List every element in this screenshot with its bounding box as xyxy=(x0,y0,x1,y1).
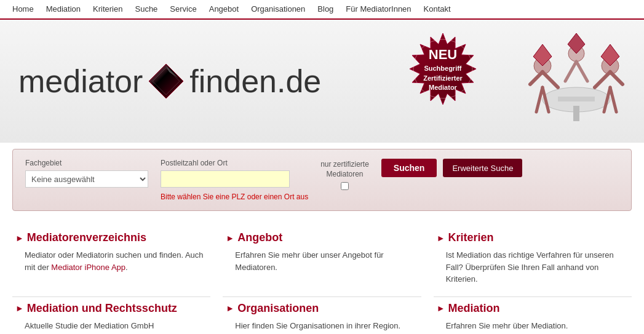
nav-service[interactable]: Service xyxy=(164,0,202,19)
organisationen-link[interactable]: Organisationen xyxy=(237,302,319,315)
content-organisationen: ► Organisationen Hier finden Sie Organis… xyxy=(223,296,421,335)
fachgebiet-field: Fachgebiet Keine ausgewählt xyxy=(25,159,148,188)
logo: mediator finden.de xyxy=(18,63,321,100)
svg-rect-6 xyxy=(558,97,595,101)
plz-field: Postleitzahl oder Ort Bitte wählen Sie e… xyxy=(161,159,308,201)
badge-text: NEU Suchbegriff Zertifizierter Mediator xyxy=(423,46,463,93)
certified-label: nur zertifizierte Mediatoren xyxy=(320,160,369,179)
mediatorenverzeichnis-desc: Mediator oder Mediatorin suchen und find… xyxy=(15,249,207,273)
certified-field: nur zertifizierte Mediatoren xyxy=(320,159,369,190)
search-section: Fachgebiet Keine ausgewählt Postleitzahl… xyxy=(12,149,632,211)
nav-kriterien[interactable]: Kriterien xyxy=(87,0,129,19)
logo-part1: mediator xyxy=(18,63,143,100)
nav-organisationen[interactable]: Organisationen xyxy=(245,0,311,19)
angebot-link[interactable]: Angebot xyxy=(237,231,282,244)
nav-mediation[interactable]: Mediation xyxy=(40,0,87,19)
plz-input[interactable] xyxy=(161,170,290,188)
arrow-icon: ► xyxy=(437,303,445,313)
logo-part2: finden.de xyxy=(189,63,321,100)
svg-line-23 xyxy=(576,62,587,81)
arrow-icon: ► xyxy=(437,233,445,243)
search-buttons: Suchen Erweiterte Suche xyxy=(381,159,523,178)
iphone-app-link[interactable]: Mediator iPhone App xyxy=(51,263,125,272)
plz-label: Postleitzahl oder Ort xyxy=(161,159,308,167)
arrow-icon: ► xyxy=(226,303,234,313)
svg-line-22 xyxy=(565,62,576,81)
people-illustration xyxy=(521,26,632,133)
header: mediator finden.de xyxy=(0,20,644,143)
certified-checkbox[interactable] xyxy=(341,182,349,190)
svg-line-10 xyxy=(543,72,558,87)
svg-marker-0 xyxy=(149,64,183,98)
svg-line-11 xyxy=(530,72,543,84)
extended-search-button[interactable]: Erweiterte Suche xyxy=(443,159,522,177)
content-mediation-rechtsschutz: ► Mediation und Rechtsschutz Aktuelle St… xyxy=(12,296,210,335)
content-mediation: ► Mediation Erfahren Sie mehr über Media… xyxy=(434,296,632,335)
nav-home[interactable]: Home xyxy=(12,0,40,19)
arrow-icon: ► xyxy=(15,233,24,243)
main-nav: Home Mediation Kriterien Suche Service A… xyxy=(0,0,644,20)
content-kriterien: ► Kriterien Ist Mediation das richtige V… xyxy=(434,226,632,290)
content-angebot: ► Angebot Erfahren Sie mehr über unser A… xyxy=(223,226,421,290)
content-mediatorenverzeichnis: ► Mediatorenverzeichnis Mediator oder Me… xyxy=(12,226,210,290)
validation-message: Bitte wählen Sie eine PLZ oder einen Ort… xyxy=(161,193,308,201)
mediation-rechtsschutz-link[interactable]: Mediation und Rechtsschutz xyxy=(27,302,177,315)
nav-kontakt[interactable]: Kontakt xyxy=(418,0,457,19)
angebot-desc: Erfahren Sie mehr über unser Angebot für… xyxy=(226,249,418,273)
mediation-rechtsschutz-desc: Aktuelle Studie der Mediation GmbH xyxy=(15,320,207,332)
kriterien-desc: Ist Mediation das richtige Verfahren für… xyxy=(437,249,629,285)
svg-line-19 xyxy=(610,87,616,112)
fachgebiet-label: Fachgebiet xyxy=(25,159,148,167)
neu-badge: NEU Suchbegriff Zertifizierter Mediator xyxy=(406,32,480,106)
svg-line-17 xyxy=(610,72,622,84)
mediatorenverzeichnis-link[interactable]: Mediatorenverzeichnis xyxy=(27,231,146,244)
mediation-link[interactable]: Mediation xyxy=(448,302,500,315)
content-grid: ► Mediatorenverzeichnis Mediator oder Me… xyxy=(0,217,644,334)
svg-line-12 xyxy=(536,87,543,112)
nav-suche[interactable]: Suche xyxy=(129,0,164,19)
search-button[interactable]: Suchen xyxy=(381,159,437,177)
svg-rect-7 xyxy=(573,106,579,121)
nav-blog[interactable]: Blog xyxy=(311,0,340,19)
kriterien-link[interactable]: Kriterien xyxy=(448,231,494,244)
arrow-icon: ► xyxy=(15,303,24,313)
logo-diamond xyxy=(148,63,185,100)
nav-angebot[interactable]: Angebot xyxy=(203,0,245,19)
svg-line-16 xyxy=(595,72,610,87)
arrow-icon: ► xyxy=(226,233,234,243)
mediation-desc: Erfahren Sie mehr über Mediation. xyxy=(437,320,629,332)
nav-fuer-mediatoren[interactable]: Für MediatorInnen xyxy=(340,0,417,19)
fachgebiet-select[interactable]: Keine ausgewählt xyxy=(25,170,148,188)
organisationen-desc: Hier finden Sie Organisationen in ihrer … xyxy=(226,320,418,332)
